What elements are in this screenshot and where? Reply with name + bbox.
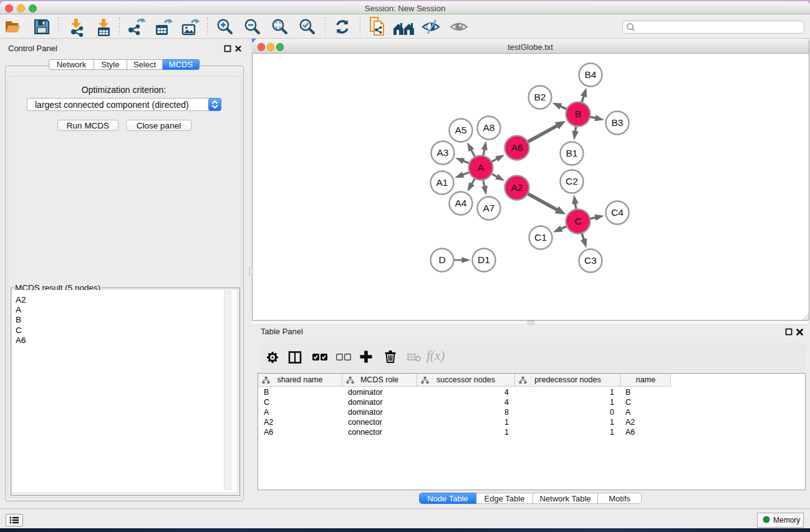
svg-text:B4: B4 — [585, 69, 597, 80]
svg-text:C1: C1 — [534, 232, 547, 243]
svg-text:A1: A1 — [436, 177, 448, 188]
svg-text:A6: A6 — [511, 142, 523, 153]
svg-text:C2: C2 — [566, 176, 578, 186]
svg-text:B1: B1 — [566, 148, 578, 158]
svg-text:A5: A5 — [455, 125, 467, 135]
svg-text:C: C — [574, 216, 581, 226]
svg-text:B2: B2 — [534, 92, 546, 102]
svg-text:B: B — [575, 109, 581, 119]
svg-text:A7: A7 — [483, 203, 495, 213]
svg-text:A4: A4 — [455, 198, 467, 208]
svg-text:A2: A2 — [511, 182, 523, 193]
svg-text:C4: C4 — [611, 207, 624, 218]
svg-text:D1: D1 — [478, 254, 490, 265]
svg-text:A: A — [478, 162, 485, 173]
svg-text:C3: C3 — [584, 255, 597, 266]
svg-text:A8: A8 — [483, 122, 495, 133]
svg-text:B3: B3 — [612, 117, 624, 128]
svg-text:A3: A3 — [437, 147, 449, 158]
svg-text:D: D — [438, 254, 445, 265]
